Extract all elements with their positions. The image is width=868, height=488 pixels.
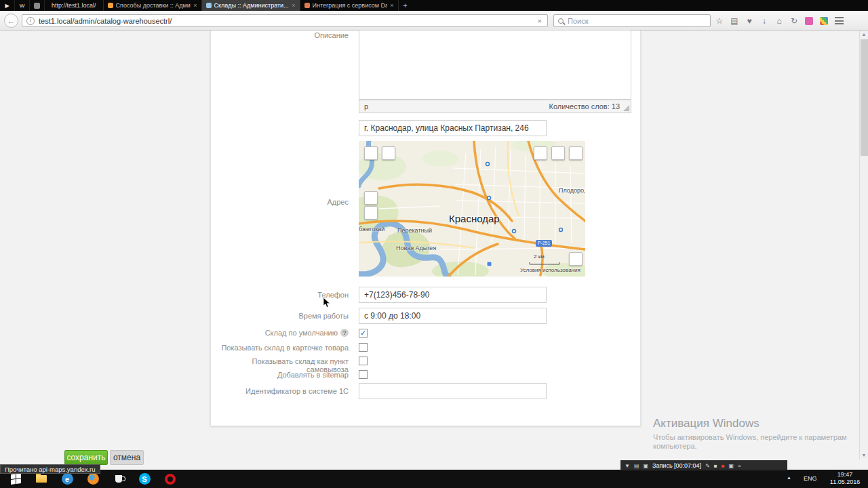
watermark-line1: Чтобы активировать Windows, перейдите к … xyxy=(653,433,847,442)
recorder-region-icon[interactable]: ▣ xyxy=(643,463,648,469)
play-icon: ▶ xyxy=(5,3,9,9)
recorder-pencil-icon[interactable]: ✎ xyxy=(705,463,710,469)
tray-expand-icon[interactable]: ▲ xyxy=(787,475,791,480)
pickup-point-checkbox[interactable] xyxy=(359,357,368,365)
skype-icon: S xyxy=(139,473,151,485)
pinned-tab-wiki[interactable]: W xyxy=(15,0,30,11)
map-town-plodorodny: Плодоро, xyxy=(559,187,585,194)
warehouse-form-panel: Описание p Количество слов: 13 Адрес xyxy=(210,30,641,426)
road-number-badge: Р-251 xyxy=(536,240,552,247)
map-control-fullscreen[interactable] xyxy=(569,146,583,160)
taskbar-skype[interactable]: S xyxy=(133,471,156,487)
default-warehouse-checkbox[interactable]: ✓ xyxy=(359,329,368,338)
home-icon[interactable]: ⌂ xyxy=(774,14,784,28)
watermark-title: Активация Windows xyxy=(653,417,847,430)
new-tab-button[interactable]: + xyxy=(399,0,412,11)
id-1c-input[interactable] xyxy=(359,383,547,399)
map-control-traffic[interactable] xyxy=(382,146,395,160)
downloads-icon[interactable]: ↓ xyxy=(760,14,769,28)
tab3-label: Интеграция с сервисом DaD... xyxy=(313,2,388,9)
language-indicator[interactable]: ENG xyxy=(804,475,817,482)
address-input[interactable] xyxy=(359,120,547,136)
map-control-search[interactable] xyxy=(534,146,547,160)
taskbar-opera[interactable] xyxy=(159,471,182,487)
watermark-line2: компьютера. xyxy=(653,442,847,451)
yandex-map[interactable]: Краснодар Перекатный Новая Адыгея бжегок… xyxy=(359,141,585,277)
url-bar: i × xyxy=(22,14,548,27)
clipboard-icon[interactable]: ▤ xyxy=(730,14,739,28)
ie-icon: e xyxy=(62,473,73,485)
firefox-icon xyxy=(87,473,99,485)
map-control-layers[interactable] xyxy=(364,146,378,160)
phone-input[interactable] xyxy=(359,287,547,303)
toolbar-icons: ☆ ▤ ♥ ↓ ⌂ ↻ xyxy=(715,14,844,28)
map-town-perekatny: Перекатный xyxy=(397,227,432,234)
recorder-close-icon[interactable]: × xyxy=(738,463,741,469)
save-button[interactable]: сохранить xyxy=(64,450,108,465)
show-in-product-card-checkbox[interactable] xyxy=(359,343,368,352)
search-icon xyxy=(558,18,564,24)
palette-icon xyxy=(820,17,828,25)
recorder-collapse-icon[interactable]: ▼ xyxy=(625,463,630,469)
scrollbar-thumb[interactable] xyxy=(861,39,868,156)
status-tooltip: Прочитано api-maps.yandex.ru xyxy=(0,464,100,474)
clock-time: 19:47 xyxy=(825,471,865,479)
sitemap-checkbox[interactable] xyxy=(359,370,368,379)
description-textarea[interactable] xyxy=(359,30,631,100)
tab-warehouses-active[interactable]: Склады :: Администрати... × xyxy=(202,0,300,11)
help-icon[interactable]: ? xyxy=(340,329,349,337)
back-button[interactable]: ← xyxy=(4,14,18,28)
pocket-heart-icon[interactable]: ♥ xyxy=(745,14,754,28)
clock-date: 11.05.2016 xyxy=(825,479,865,486)
address-label: Адрес xyxy=(211,198,349,206)
sitemap-label: Добавлять в sitemap xyxy=(211,371,349,379)
browser-tab-bar: ▶ W http://test1.local/ Способы доставки… xyxy=(0,0,868,11)
tab2-close-icon[interactable]: × xyxy=(292,2,295,9)
tab2-favicon xyxy=(206,3,212,8)
app-tab-label: http://test1.local/ xyxy=(52,2,96,9)
extension-pink-icon[interactable] xyxy=(804,14,814,28)
map-control-location[interactable] xyxy=(569,252,583,266)
page-scrollbar[interactable]: ▲ ▼ xyxy=(859,30,868,460)
url-input[interactable] xyxy=(39,17,532,25)
map-town-bzhegokay: бжегокай xyxy=(359,226,384,232)
hours-label: Время работы xyxy=(211,312,349,320)
search-input[interactable] xyxy=(568,17,710,25)
sync-icon[interactable]: ↻ xyxy=(789,14,799,28)
pinned-tab-generic[interactable] xyxy=(30,0,45,11)
map-terms-link[interactable]: Условия использования xyxy=(520,267,580,273)
scroll-down-icon[interactable]: ▼ xyxy=(860,451,868,460)
stop-load-icon[interactable]: × xyxy=(532,17,547,25)
map-control-ruler[interactable] xyxy=(551,146,565,160)
screen-recorder-bar: ▼ ▤ ▣ Запись [00:07:04] ✎ ■ ■ ▣ × xyxy=(620,460,787,471)
recorder-screenshot-icon[interactable]: ▣ xyxy=(729,463,734,469)
tab3-close-icon[interactable]: × xyxy=(390,2,393,9)
recorder-monitor-icon[interactable]: ▤ xyxy=(634,463,639,469)
bookmark-star-icon[interactable]: ☆ xyxy=(715,14,724,28)
scroll-up-icon[interactable]: ▲ xyxy=(860,30,868,39)
word-count: Количество слов: 13 xyxy=(549,102,620,110)
tab-dadata-integration[interactable]: Интеграция с сервисом DaD... × xyxy=(300,0,399,11)
cancel-button[interactable]: отмена xyxy=(110,450,144,465)
map-zoom-out-button[interactable] xyxy=(364,206,378,220)
pinned-tab-media[interactable]: ▶ xyxy=(0,0,15,11)
recorder-pause-icon[interactable]: ■ xyxy=(714,463,717,469)
app-tab[interactable]: http://test1.local/ xyxy=(45,0,104,11)
tab-delivery-methods[interactable]: Способы доставки :: Админи... × xyxy=(104,0,202,11)
show-in-product-card-label: Показывать склад в карточке товара xyxy=(211,344,349,352)
browser-toolbar: ← i × ☆ ▤ ♥ ↓ ⌂ ↻ xyxy=(0,11,868,30)
editor-status-bar: p Количество слов: 13 xyxy=(359,100,631,113)
resize-grip-icon[interactable] xyxy=(623,105,629,111)
recorder-stop-icon[interactable]: ■ xyxy=(722,463,725,469)
map-zoom-in-button[interactable] xyxy=(364,191,378,205)
taskbar-java[interactable] xyxy=(107,471,130,487)
default-warehouse-label: Склад по умолчанию ? xyxy=(211,329,349,337)
tab3-favicon xyxy=(304,3,310,8)
hours-input[interactable] xyxy=(359,308,547,324)
theme-palette-icon[interactable] xyxy=(819,14,829,28)
tab1-favicon xyxy=(108,3,113,8)
site-info-icon[interactable]: i xyxy=(26,17,35,25)
menu-button[interactable] xyxy=(834,14,844,28)
taskbar-clock[interactable]: 19:47 11.05.2016 xyxy=(825,471,865,486)
tab1-close-icon[interactable]: × xyxy=(193,2,197,9)
